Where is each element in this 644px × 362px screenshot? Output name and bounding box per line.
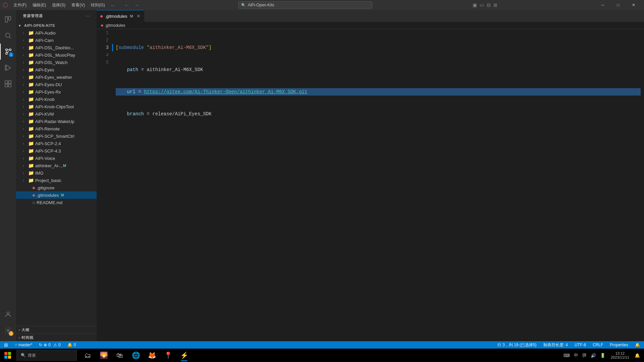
activity-run[interactable] <box>0 60 16 76</box>
sidebar-item-dsl-watch[interactable]: › 📁 AiPi-DSL_Watch <box>16 59 97 66</box>
layout-icon-3[interactable]: ⊟ <box>486 2 491 8</box>
taskbar-maps[interactable]: 📍 <box>160 349 176 362</box>
code-area[interactable]: 1 2 3 4 5 [submodule "aithinker_Ai-M6X_S… <box>97 29 644 341</box>
code-line-3: url = https://gitee.com/Ai-Thinker-Open/… <box>116 88 644 96</box>
sidebar-item-eyes-rx[interactable]: › 📁 AiPi-Eyes-Rx <box>16 88 97 96</box>
info-num: 0 <box>74 343 76 347</box>
layout-icon-2[interactable]: ▭ <box>479 2 485 8</box>
outline-section-header[interactable]: › 大纲 <box>16 326 97 334</box>
code-line-4: branch = release/AiPi_Eyes_SDK <box>116 110 644 118</box>
menu-more[interactable]: ... <box>108 2 117 9</box>
status-branch[interactable]: ⑂ master* <box>13 343 34 347</box>
activity-explorer[interactable] <box>0 11 16 27</box>
sidebar-item-project-basic[interactable]: › 📁 Project_basic <box>16 177 97 184</box>
volume-icon[interactable]: 🔊 <box>589 352 597 359</box>
scp43-label: AiPi-SCP-4.3 <box>35 148 61 154</box>
dslmusic-chevron: › <box>23 53 28 57</box>
minimize-button[interactable]: ─ <box>595 0 610 10</box>
nav-forward-button[interactable]: → <box>132 2 141 8</box>
input-mode-icon[interactable]: 拼 <box>581 352 588 359</box>
sidebar-item-audio[interactable]: › 📁 AiPi-Audio <box>16 29 97 37</box>
status-sync[interactable]: ↻ ⊗ 0 ⚠ 0 <box>38 343 62 347</box>
tab-close-icon[interactable]: ✕ <box>137 13 141 19</box>
sidebar-item-eyes[interactable]: › 📁 AiPi-Eyes <box>16 66 97 73</box>
sidebar-item-img[interactable]: › 📁 IMG <box>16 169 97 177</box>
sidebar-item-aithinker[interactable]: › 📁 aithinker_Ai-... M <box>16 162 97 169</box>
taskbar-vscode[interactable]: ⚡ <box>176 349 192 362</box>
svg-rect-16 <box>8 352 11 355</box>
activity-settings[interactable]: 1 <box>0 322 16 339</box>
status-language[interactable]: Properties <box>608 343 630 347</box>
eyes-label: AiPi-Eyes <box>35 67 54 72</box>
activity-source-control[interactable]: 1 <box>0 44 16 60</box>
status-remote[interactable]: ⊞ <box>3 342 9 348</box>
status-position[interactable]: 行 3，列 19 (已选择5) <box>496 342 538 348</box>
status-line-ending[interactable]: CRLF <box>591 343 604 347</box>
start-button[interactable] <box>0 349 15 362</box>
taskbar-photos[interactable]: 🌄 <box>96 349 112 362</box>
tab-label: .gitmodules <box>105 14 127 19</box>
taskbar-search-box[interactable]: 🔍 搜索 <box>16 350 77 361</box>
code-line-1: [submodule "aithinker_Ai-M6X_SDK"] <box>116 44 644 51</box>
timeline-section-header[interactable]: › 时间线 <box>16 334 97 341</box>
sidebar-item-remote[interactable]: › 📁 AiPi-Remote <box>16 125 97 132</box>
status-info[interactable]: 🔔 0 <box>66 343 77 347</box>
battery-icon[interactable]: 🔋 <box>599 352 607 359</box>
sidebar-item-dsl-dash[interactable]: › 📁 AiPi-DSL_Dashbo... <box>16 44 97 51</box>
sidebar-item-gitmodules[interactable]: › ◆ .gitmodules M <box>16 191 97 199</box>
title-search-bar[interactable]: 🔍 AiPi-Open-Kits <box>238 1 372 9</box>
line-num-3: 3 <box>97 44 109 51</box>
timeline-chevron: › <box>19 336 20 340</box>
menu-file[interactable]: 文件(F) <box>11 2 29 9</box>
taskbar-edge[interactable]: 🌐 <box>128 349 144 362</box>
sidebar-item-knob[interactable]: › 📁 AiPi-Knob <box>16 96 97 103</box>
sidebar-item-scp-smart[interactable]: › 📁 AiPi-SCP_SmartCtrl <box>16 132 97 140</box>
layout-icon-4[interactable]: ⊞ <box>493 2 498 8</box>
taskbar-file-explorer[interactable]: 🗂 <box>79 349 96 362</box>
taskbar-clock[interactable]: 13:12 2023/11/11 <box>608 351 632 359</box>
sidebar-item-voice[interactable]: › 📁 AiPi-Voice <box>16 155 97 162</box>
nav-back-button[interactable]: ← <box>122 2 131 8</box>
sidebar-item-cam[interactable]: › 📁 AiPi-Cam <box>16 37 97 44</box>
menu-goto[interactable]: 转到(G) <box>88 2 107 9</box>
kvm-label: AiPi-KVM <box>35 112 54 117</box>
taskbar-browser[interactable]: 🦊 <box>144 349 160 362</box>
tab-gitmodules[interactable]: ◆ .gitmodules M ✕ <box>97 10 144 22</box>
tree-root[interactable]: ▾ AIPI-OPEN-KITS <box>16 22 97 29</box>
taskbar-store[interactable]: 🛍 <box>112 349 128 362</box>
sidebar-item-scp43[interactable]: › 📁 AiPi-SCP-4.3 <box>16 147 97 155</box>
tab-file-icon: ◆ <box>100 14 103 18</box>
activity-extensions[interactable] <box>0 76 16 92</box>
sidebar-item-readme[interactable]: › ◇ README.md <box>16 199 97 206</box>
activity-search[interactable] <box>0 27 16 44</box>
sidebar-item-dsl-music[interactable]: › 📁 AiPi-DSL_MusicPlay <box>16 51 97 59</box>
menu-select[interactable]: 选择(S) <box>49 2 68 9</box>
status-tab-size[interactable]: 制表符长度: 4 <box>542 342 569 348</box>
menu-edit[interactable]: 编辑(E) <box>30 2 49 9</box>
layout-icon-1[interactable]: ▣ <box>472 2 478 8</box>
gitmodules-label: .gitmodules <box>37 193 59 198</box>
sidebar-item-knob-clips[interactable]: › 📁 AiPi-Knob-ClipsTool <box>16 103 97 110</box>
sidebar-more-button[interactable]: ··· <box>86 14 90 18</box>
ime-icon[interactable]: 中 <box>573 352 580 359</box>
sidebar-item-kvm[interactable]: › 📁 AiPi-KVM <box>16 110 97 118</box>
activity-accounts[interactable] <box>0 306 16 322</box>
line-num-2: 2 <box>97 37 109 44</box>
code-content[interactable]: [submodule "aithinker_Ai-M6X_SDK"] path … <box>113 29 644 341</box>
svg-point-2 <box>6 33 10 38</box>
sidebar-item-radar[interactable]: › 📁 AiPi-Radar-WakeUp <box>16 118 97 125</box>
notification-icon[interactable]: 🔔 <box>633 352 641 359</box>
search-icon: 🔍 <box>241 3 246 7</box>
remote-label: AiPi-Remote <box>35 126 60 131</box>
menu-view[interactable]: 查看(V) <box>69 2 88 9</box>
keyboard-icon[interactable]: ⌨ <box>562 352 571 359</box>
sidebar-item-eyes-weather[interactable]: › 📁 AiPi-Eyes_weather <box>16 73 97 81</box>
sidebar-item-scp24[interactable]: › 📁 AiPi-SCP-2.4 <box>16 140 97 147</box>
sidebar-item-gitignore[interactable]: › ◆ .gitignore <box>16 184 97 191</box>
status-bell[interactable]: 🔔 <box>634 343 641 347</box>
close-button[interactable]: ✕ <box>626 0 641 10</box>
maximize-button[interactable]: □ <box>610 0 626 10</box>
sidebar-item-eyes-du[interactable]: › 📁 AiPi-Eyes-DU <box>16 81 97 88</box>
radar-label: AiPi-Radar-WakeUp <box>35 119 74 124</box>
status-encoding[interactable]: UTF-8 <box>573 343 587 347</box>
